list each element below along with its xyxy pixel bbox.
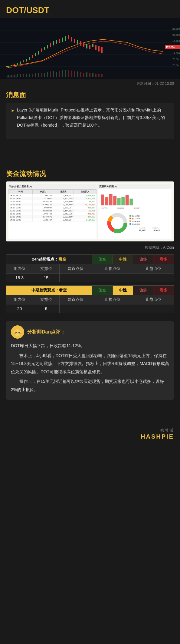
svg-text:18,704.5: 18,704.5 — [152, 229, 160, 232]
val-stoploss-mid: -- — [92, 304, 133, 313]
svg-point-116 — [19, 332, 19, 332]
trend-section: 24h趋势观点：看空 偏空 中性 偏多 看多 阻力位 支撑位 建议点位 止损点位… — [0, 252, 180, 319]
col-neutral-24h: 中性 — [113, 255, 133, 264]
svg-rect-45 — [101, 47, 103, 53]
col-stoploss: 止损点位 — [92, 264, 133, 274]
svg-rect-41 — [89, 45, 90, 49]
svg-rect-72 — [86, 72, 87, 77]
data-source: 数据来源：AICoin — [0, 244, 180, 252]
col-suggest: 建议点位 — [59, 264, 92, 274]
news-section: 消息面 ➤ Layer 0扩展项目Marlin Protocol在推特上表示，其… — [0, 88, 180, 166]
val-suggest-24h: -- — [59, 274, 92, 282]
footer: 哈希派 HASHPIE — [0, 420, 180, 446]
svg-rect-95 — [129, 215, 131, 216]
col-support-mid: 支撑位 — [33, 295, 59, 304]
svg-rect-60 — [50, 71, 51, 77]
trend-24h-table: 24h趋势观点：看空 偏空 中性 偏多 看多 阻力位 支撑位 建议点位 止损点位… — [6, 254, 174, 282]
svg-rect-26 — [44, 47, 45, 50]
page-title: DOT/USDT — [6, 5, 174, 15]
trend-mid-outlook: 看空 — [59, 288, 67, 292]
col-bearish-24h: 偏空 — [92, 255, 113, 264]
svg-rect-24 — [38, 51, 39, 55]
col-takeprofit: 止盈点位 — [133, 264, 174, 274]
news-arrow-icon: ➤ — [11, 107, 15, 115]
analyst-section: 分析师Dan点评： DOT昨日大幅下跌，日收跌幅11.12%。 技术上，4小时看… — [6, 321, 174, 400]
svg-rect-80 — [101, 194, 104, 205]
val-support-24h: 15 — [33, 274, 59, 282]
svg-rect-29 — [53, 41, 54, 45]
svg-rect-61 — [53, 71, 54, 77]
svg-rect-66 — [68, 70, 69, 77]
svg-point-108 — [14, 329, 21, 336]
trend-24h-outlook: 看空 — [58, 257, 66, 261]
svg-rect-15 — [11, 65, 12, 66]
news-content: ➤ Layer 0扩展项目Marlin Protocol在推特上表示，其代币分发… — [6, 103, 174, 139]
val-suggest-mid: -- — [59, 304, 92, 313]
col-resistance: 阻力位 — [6, 264, 33, 274]
svg-rect-67 — [71, 71, 72, 77]
svg-point-115 — [16, 332, 16, 332]
val-takeprofit-24h: -- — [133, 274, 174, 282]
svg-rect-86 — [125, 195, 129, 205]
svg-rect-84 — [117, 198, 121, 205]
news-title: 消息面 — [6, 91, 174, 100]
col-strong-bull-24h: 看多 — [153, 255, 174, 264]
svg-rect-16 — [14, 64, 15, 65]
analyst-header: 分析师Dan点评： — [11, 325, 169, 339]
svg-rect-37 — [77, 40, 78, 44]
svg-text:流出(¥元): 流出(¥元) — [117, 207, 124, 209]
svg-rect-54 — [32, 74, 33, 77]
svg-text:流入10.71%: 流入10.71% — [132, 215, 140, 217]
svg-rect-18 — [20, 61, 21, 64]
svg-text:差值(¥元): 差值(¥元) — [133, 207, 140, 209]
analyst-name: 分析师Dan点评： — [27, 329, 65, 335]
svg-rect-75 — [95, 74, 97, 77]
svg-rect-97 — [129, 217, 131, 219]
trend-24h-label: 24h趋势观点： — [32, 257, 58, 261]
col-takeprofit-mid: 止盈点位 — [133, 295, 174, 304]
capital-section: 资金流动情况 轮次分析力度排名(¥) 时间 净流入 净流出 主动买入 — [0, 166, 180, 244]
svg-rect-57 — [41, 73, 42, 77]
svg-rect-68 — [74, 71, 75, 77]
svg-text:差值40.48%: 差值40.48% — [132, 221, 140, 222]
val-resistance-24h: 18.3 — [6, 274, 33, 282]
trend-mid-table: 中期趋势观点：看空 偏空 中性 偏多 看多 阻力位 支撑位 建议点位 止损点位 … — [6, 285, 174, 313]
svg-rect-33 — [65, 36, 66, 41]
svg-text:20.0000: 20.0000 — [172, 34, 180, 36]
svg-rect-35 — [71, 37, 72, 41]
trend-mid-label: 中期趋势观点： — [31, 288, 59, 292]
svg-text:18.0000: 18.0000 — [172, 40, 180, 42]
news-item: ➤ Layer 0扩展项目Marlin Protocol在推特上表示，其代币分发… — [11, 106, 169, 129]
svg-rect-58 — [44, 73, 45, 77]
val-resistance-mid: 20 — [6, 304, 33, 313]
svg-rect-20 — [26, 59, 27, 61]
col-bullish-mid: 偏多 — [133, 286, 153, 295]
val-support-mid: 6 — [33, 304, 59, 313]
svg-rect-56 — [38, 73, 39, 77]
col-bearish-mid: 偏空 — [92, 286, 113, 295]
analyst-para-1: DOT昨日大幅下跌，日收跌幅11.12%。 — [11, 342, 169, 350]
svg-rect-81 — [105, 197, 108, 205]
svg-rect-64 — [62, 70, 63, 77]
svg-rect-30 — [56, 40, 57, 44]
col-support: 支撑位 — [33, 264, 59, 274]
svg-rect-63 — [59, 71, 60, 77]
update-time: 更新时间：01-22 10:00 — [0, 80, 180, 88]
svg-rect-101 — [129, 223, 131, 224]
svg-rect-65 — [65, 70, 66, 77]
svg-rect-50 — [20, 74, 21, 77]
svg-text:流入(¥元): 流入(¥元) — [101, 207, 108, 209]
val-stoploss-24h: -- — [92, 274, 133, 282]
svg-text:其他34.52%: 其他34.52% — [132, 223, 140, 225]
svg-rect-22 — [32, 55, 33, 58]
svg-rect-28 — [50, 43, 51, 47]
svg-rect-76 — [98, 74, 100, 77]
svg-rect-62 — [56, 72, 57, 77]
svg-rect-27 — [47, 45, 48, 48]
svg-text:综合卖出量: 综合卖出量 — [152, 227, 159, 229]
col-suggest-mid: 建议点位 — [59, 295, 92, 304]
svg-rect-51 — [23, 74, 24, 77]
svg-text:78.00: 78.00 — [172, 58, 179, 61]
svg-rect-71 — [83, 73, 84, 77]
svg-text:16,342.7: 16,342.7 — [139, 229, 146, 232]
